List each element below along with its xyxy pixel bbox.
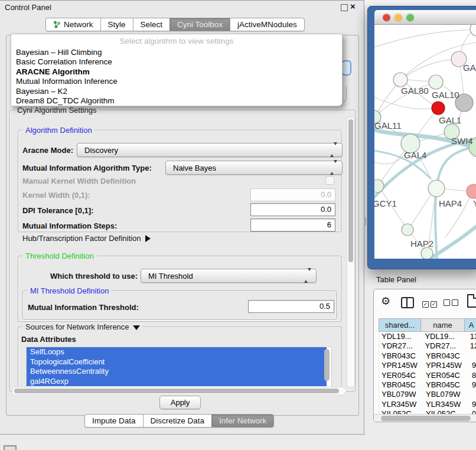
which-threshold-combobox[interactable]: MI Threshold [141, 269, 317, 283]
minimized-panel-fragment[interactable] [4, 445, 17, 450]
menu-item[interactable]: Bayesian – K2 [11, 87, 342, 96]
cell[interactable]: YBR045C [379, 380, 423, 390]
dpi-tolerance-field[interactable]: 0.0 [250, 203, 335, 216]
network-view-window[interactable]: GAL GAL80 GAL10 GAL1 GAL11 SWI4 GAL4 GCY… [367, 6, 476, 269]
zoom-traffic-light-icon[interactable] [406, 14, 414, 21]
menu-item[interactable]: Basic Correlation Inference [11, 57, 342, 67]
list-scrollbar-thumb[interactable] [324, 349, 330, 381]
cell[interactable]: 13 [468, 332, 476, 341]
table-row[interactable]: YPR145WYPR145W9. [379, 361, 476, 370]
cell[interactable]: YPR145W [423, 361, 470, 370]
float-window-icon[interactable] [341, 4, 348, 11]
column-header-clipped[interactable]: A [465, 319, 476, 332]
menu-item[interactable]: Dream8 DC_TDC Algorithm [11, 96, 342, 106]
tab-jactivemnodules[interactable]: jActiveMNodules [230, 18, 304, 31]
column-header-name[interactable]: name [421, 319, 465, 332]
close-traffic-light-icon[interactable] [383, 14, 390, 21]
combo-focus-fragment[interactable] [341, 60, 351, 76]
mi-threshold-field[interactable]: 0.5 [248, 300, 334, 313]
network-node[interactable] [428, 180, 445, 197]
tab-style[interactable]: Style [100, 18, 133, 31]
minimize-traffic-light-icon[interactable] [395, 14, 402, 21]
cell[interactable]: YBR045C [423, 380, 470, 390]
network-node[interactable] [467, 184, 476, 198]
cell[interactable] [470, 351, 472, 361]
tab-impute-data[interactable]: Impute Data [85, 415, 143, 427]
cell[interactable]: YDR27... [379, 341, 422, 351]
list-item[interactable]: gal4RGexp [27, 377, 327, 387]
close-icon[interactable]: × [350, 1, 356, 11]
table-horizontal-scrollbar[interactable] [374, 414, 476, 422]
table-row[interactable]: YER054CYER054C8. [379, 371, 476, 380]
list-item[interactable]: TopologicalCoefficient [27, 357, 327, 367]
cell[interactable]: YBR043C [423, 351, 470, 361]
settings-horizontal-thumb[interactable] [14, 389, 339, 393]
manual-kernel-checkbox[interactable] [325, 176, 334, 185]
cell[interactable]: YBR043C [379, 351, 423, 361]
settings-vertical-thumb[interactable] [348, 119, 353, 262]
network-node[interactable] [402, 224, 413, 236]
settings-horizontal-scrollbar[interactable] [12, 387, 346, 395]
sources-title-wrap[interactable]: Sources for Network Inference [23, 322, 142, 331]
cell[interactable]: YPR145W [379, 361, 423, 370]
data-attributes-list[interactable]: SelfLoops TopologicalCoefficient Between… [26, 347, 332, 388]
network-node[interactable] [421, 247, 433, 259]
network-node[interactable] [374, 180, 384, 193]
mi-steps-field[interactable]: 6 [250, 219, 335, 231]
split-pane-icon[interactable] [401, 297, 414, 308]
cell[interactable]: 0. [470, 409, 476, 414]
cell[interactable]: YLR345W [423, 400, 470, 409]
table-row[interactable]: YBR043CYBR043C [379, 351, 476, 361]
table-row[interactable]: YIL052CYIL052C0. [379, 409, 476, 414]
aracne-mode-combobox[interactable]: Discovery [77, 143, 343, 157]
mi-type-combobox[interactable]: Naive Bayes [165, 161, 343, 175]
settings-vertical-scrollbar[interactable] [347, 117, 355, 387]
apply-button[interactable]: Apply [159, 396, 201, 409]
export-table-icon[interactable] [467, 294, 476, 308]
select-all-columns-icon[interactable]: ✓✓ [422, 299, 439, 308]
cell[interactable]: 8. [470, 371, 476, 380]
network-node[interactable] [393, 73, 407, 87]
cell[interactable]: 12 [468, 341, 476, 351]
tab-infer-network[interactable]: Infer Network [211, 415, 273, 427]
table-row[interactable]: YDL19...YDL19...13 [379, 332, 476, 341]
cell[interactable] [470, 390, 472, 399]
gear-icon[interactable]: ⚙ [381, 295, 390, 308]
cell[interactable]: YER054C [423, 371, 470, 380]
tab-network[interactable]: Network [46, 18, 100, 31]
table-horizontal-thumb[interactable] [381, 416, 471, 421]
tab-discretize-data[interactable]: Discretize Data [143, 415, 212, 427]
cell[interactable]: YIL052C [379, 409, 423, 414]
network-node[interactable] [470, 25, 476, 36]
menu-item[interactable]: ARACNE Algorithm [11, 67, 342, 77]
hub-definition-expander[interactable]: Hub/Transcription Factor Definition [22, 234, 151, 243]
network-node-selected[interactable] [432, 102, 445, 115]
cell[interactable]: YIL052C [423, 409, 470, 414]
table-body[interactable]: YDL19...YDL19...13 YDR27...YDR27...12 YB… [379, 332, 476, 414]
cell[interactable]: 9. [470, 380, 476, 390]
network-node[interactable] [429, 75, 443, 89]
panel-divider-handle[interactable] [364, 217, 366, 226]
cell[interactable]: 9. [470, 400, 476, 409]
cell[interactable]: 9. [470, 361, 476, 370]
network-canvas[interactable]: GAL GAL80 GAL10 GAL1 GAL11 SWI4 GAL4 GCY… [374, 25, 476, 259]
list-item[interactable]: BetweennessCentrality [27, 367, 327, 377]
table-row[interactable]: YBL079WYBL079W [379, 390, 476, 399]
cell[interactable]: YLR345W [379, 400, 423, 409]
cell[interactable]: YER054C [379, 371, 423, 380]
menu-item[interactable]: Bayesian – Hill Climbing [11, 48, 342, 57]
deselect-all-columns-icon[interactable] [444, 299, 460, 308]
kernel-width-field[interactable]: 0.0 [250, 188, 335, 201]
cell[interactable]: YDL19... [422, 332, 467, 341]
table-row[interactable]: YBR045CYBR045C9. [379, 380, 476, 390]
tab-cyni-toolbox[interactable]: Cyni Toolbox [169, 18, 230, 31]
cell[interactable]: YDL19... [379, 332, 422, 341]
cell[interactable]: YBL079W [423, 390, 470, 399]
table-row[interactable]: YLR345WYLR345W9. [379, 400, 476, 409]
table-row[interactable]: YDR27...YDR27...12 [379, 341, 476, 351]
column-header-shared-name[interactable]: shared... [379, 319, 421, 332]
network-window-titlebar[interactable] [374, 10, 476, 25]
menu-item[interactable]: Mutual Information Inference [11, 77, 342, 86]
cell[interactable]: YBL079W [379, 390, 423, 399]
list-item[interactable]: SelfLoops [27, 347, 327, 357]
